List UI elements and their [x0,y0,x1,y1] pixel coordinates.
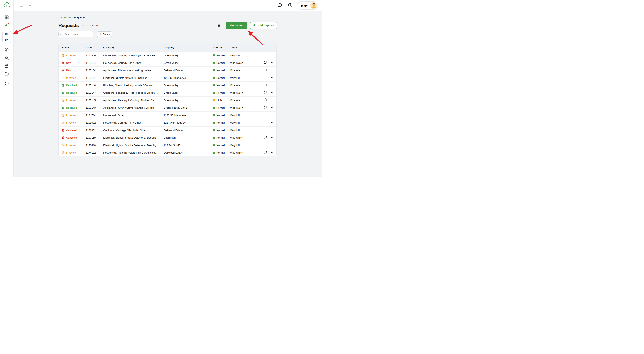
chat-bubble-icon [264,83,267,87]
row-chat-button[interactable] [262,135,268,140]
property-cell: 1233 SE Idaho Ave [164,112,213,119]
client-cell: Mary Hill [230,112,262,119]
row-actions-button[interactable] [270,112,276,118]
actions-cell [269,52,276,59]
row-actions-button[interactable] [270,97,276,103]
id-cell: 1180159 [86,134,103,141]
table-row[interactable]: In review1185151Electrical / Outlets / I… [59,74,276,81]
sidebar-item-dashboard[interactable] [3,14,10,21]
table-body: In review1185336Household / Flooring / C… [59,52,276,156]
actions-cell [269,97,276,104]
table-row[interactable]: Canceled1181802Outdoors / Garbage / Rubb… [59,126,276,134]
main-content: Dashboard / Requests Requests 14 Total F… [14,11,322,177]
priority-high-swatch [213,99,215,101]
status-cell: In review [59,141,86,149]
row-actions-button[interactable] [270,142,276,148]
column-header-priority[interactable]: Priority [213,43,230,52]
table-row[interactable]: Resolved1185147Outdoors / Fencing & Roof… [59,89,276,96]
row-actions-button[interactable] [270,90,276,96]
row-actions-button[interactable] [270,135,276,140]
title-chevron-down-icon[interactable] [81,24,84,28]
row-actions-button[interactable] [270,52,276,58]
search-input[interactable] [58,31,93,37]
topbar-right: Mary [276,0,318,11]
chat-cell [262,89,269,96]
table-row[interactable]: In review1185336Household / Flooring / C… [59,52,276,59]
row-actions-button[interactable] [270,120,276,125]
dashboard-grid-icon [4,15,9,20]
table-row[interactable]: New1185194Household / Ceiling / Fan / Ot… [59,59,276,66]
table-row[interactable]: In review1174182Household / Flooring / C… [59,149,276,156]
sidebar-item-payments[interactable] [3,46,10,54]
sidebar-item-tenants[interactable] [3,54,10,62]
priority-label: Normal [216,69,225,72]
column-header-property[interactable]: Property [164,43,213,52]
row-actions-button[interactable] [270,60,276,66]
add-request-button[interactable]: Add request [250,22,277,29]
table-row[interactable]: Resolved1185143Appliances / Oven / Stove… [59,104,276,111]
category-cell: Household / Other [103,112,164,119]
column-header-category[interactable]: Category [103,43,164,52]
header-actions: Find a Job Add request [216,22,277,29]
table-row[interactable]: In review1181992Household / Ceiling / Fa… [59,119,276,126]
chat-cell [262,149,269,156]
ellipsis-icon [271,83,274,87]
row-chat-button[interactable] [262,60,268,66]
status-label: Resolved [66,91,77,94]
status-cell: Resolved [59,104,86,111]
row-actions-button[interactable] [270,105,276,111]
table-settings-button[interactable] [216,22,223,29]
table-row[interactable]: In review1184714Household / Other1233 SE… [59,111,276,119]
hamburger-menu-button[interactable] [18,2,24,9]
category-cell: Appliances / Dishwasher / Leaking / Wate… [103,67,164,74]
topbar: Mary [0,0,322,11]
table-row[interactable]: New1185164Appliances / Dishwasher / Leak… [59,66,276,74]
table-row[interactable]: Resolved1185148Plumbing / Leak / Leaking… [59,81,276,89]
row-actions-button[interactable] [270,82,276,88]
column-header-status[interactable]: Status [59,43,86,52]
column-header-id[interactable]: ID [86,43,103,52]
sidebar-item-calendar[interactable] [3,62,10,70]
breadcrumb-dashboard-link[interactable]: Dashboard [58,16,71,19]
row-chat-button[interactable] [262,150,268,155]
id-cell: 1185336 [86,52,103,59]
help-button[interactable] [287,2,294,9]
priority-cell: Normal [213,74,230,81]
folder-icon [4,72,9,77]
sidebar-item-maintenance[interactable] [3,22,10,29]
sidebar-item-alerts[interactable] [3,80,10,88]
plus-icon [253,24,256,27]
client-cell: Mike Walsh [230,97,262,104]
row-actions-button[interactable] [270,150,276,155]
logo[interactable] [0,0,14,11]
table-row[interactable]: In review1178418Electrical / Lights / Sm… [59,141,276,149]
row-chat-button[interactable] [262,105,268,111]
row-chat-button[interactable] [262,90,268,96]
sidebar-item-rq[interactable]: RQ [3,31,11,37]
row-chat-button[interactable] [262,97,268,103]
row-actions-button[interactable] [270,75,276,81]
plus-icon [99,33,102,36]
status-cell: In review [59,149,86,156]
find-a-job-button[interactable]: Find a Job [226,22,248,29]
row-chat-button[interactable] [262,67,268,73]
column-header-client[interactable]: Client [230,43,262,52]
table-row[interactable]: Canceled1180159Electrical / Lights / Smo… [59,134,276,141]
table-row[interactable]: In review1185145Appliances / Heating & C… [59,96,276,104]
hamburger-icon [19,3,23,8]
messages-button[interactable] [276,2,283,9]
row-actions-button[interactable] [270,67,276,73]
notification-dot [8,23,10,24]
id-cell: 1184714 [86,112,103,119]
status-filter-chip[interactable]: Status [96,32,112,37]
status-label: In review [66,76,76,79]
sidebar-item-files[interactable] [3,70,10,78]
row-chat-button[interactable] [262,82,268,88]
row-actions-button[interactable] [270,127,276,133]
status-label: In review [66,151,76,154]
priority-cell: Normal [213,89,230,96]
user-menu[interactable]: Mary [297,1,318,10]
doorbell-button[interactable] [26,2,33,9]
filter-row: Status [58,31,112,37]
sidebar-item-rb[interactable]: RB [3,37,11,43]
